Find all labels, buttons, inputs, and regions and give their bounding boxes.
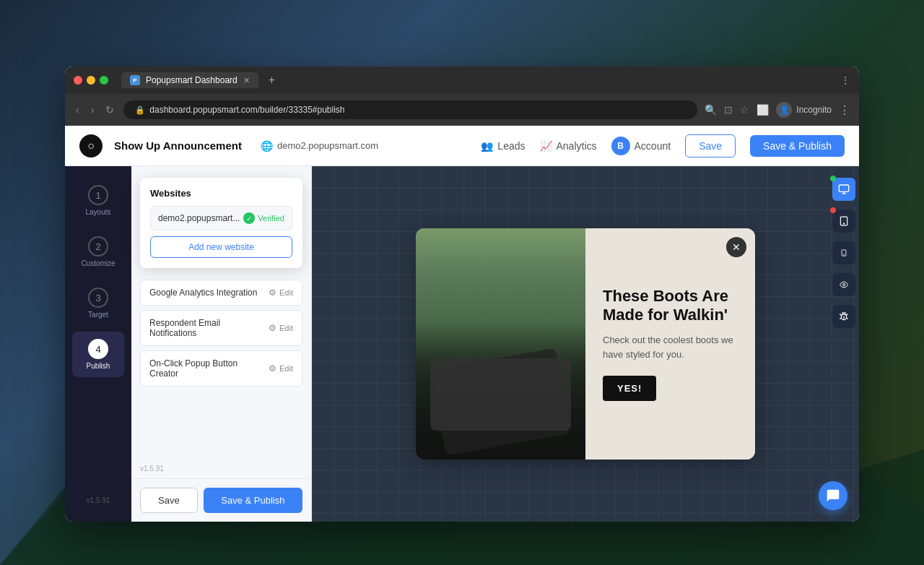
website-name: demo2.popupsmart... — [158, 213, 240, 223]
nav-actions: 👥 Leads 📈 Analytics B Account Save Save … — [481, 134, 845, 158]
sidebar-label-customize: Customize — [81, 259, 115, 267]
step-circle-2: 2 — [88, 236, 108, 256]
step-circle-4: 4 — [88, 339, 108, 359]
integration-item-onclick[interactable]: On-Click Popup Button Creator ⚙ Edit — [140, 350, 302, 387]
minimize-window-button[interactable] — [87, 76, 95, 85]
verified-badge: ✓ Verified — [243, 212, 284, 224]
websites-title: Websites — [150, 188, 292, 199]
panel-save-button[interactable]: Save — [140, 488, 198, 513]
popup-description: Check out the coolest boots we have styl… — [603, 333, 738, 361]
forward-button[interactable]: › — [89, 102, 97, 118]
content-panel: Websites demo2.popupsmart... ✓ Verified … — [131, 166, 312, 522]
address-text: dashboard.popupsmart.com/builder/33335#p… — [149, 105, 344, 115]
verified-label: Verified — [258, 214, 284, 223]
tab-manager-icon[interactable]: ⬜ — [757, 104, 769, 116]
edit-email-button[interactable]: ⚙ Edit — [269, 323, 293, 333]
incognito-icon: 👤 — [776, 102, 792, 118]
sidebar-item-customize[interactable]: 2 Customize — [72, 229, 124, 275]
new-tab-button[interactable]: + — [269, 74, 275, 87]
back-button[interactable]: ‹ — [74, 102, 82, 118]
svg-point-9 — [843, 284, 845, 286]
edit-analytics-label: Edit — [279, 288, 293, 297]
reload-button[interactable]: ↻ — [103, 102, 116, 118]
websites-dropdown: Websites demo2.popupsmart... ✓ Verified … — [140, 178, 302, 268]
popup-headline: These Boots Are Made for Walkin' — [603, 287, 738, 325]
integration-name-onclick: On-Click Popup Button Creator — [149, 358, 269, 379]
traffic-lights — [74, 76, 108, 85]
sidebar-label-publish: Publish — [87, 362, 110, 370]
tab-favicon: P — [130, 75, 140, 85]
edit-analytics-button[interactable]: ⚙ Edit — [269, 288, 293, 298]
analytics-nav-item[interactable]: 📈 Analytics — [540, 140, 597, 152]
add-website-button[interactable]: Add new website — [150, 236, 292, 258]
popup-content: These Boots Are Made for Walkin' Check o… — [585, 228, 755, 460]
edit-onclick-label: Edit — [279, 364, 293, 373]
gear-icon-onclick: ⚙ — [269, 363, 276, 374]
edit-onclick-button[interactable]: ⚙ Edit — [269, 363, 293, 374]
save-publish-button[interactable]: Save & Publish — [750, 135, 845, 157]
svg-point-6 — [843, 223, 844, 224]
app-container: ○ Show Up Announcement 🌐 demo2.popupsmar… — [65, 126, 859, 522]
browser-tab[interactable]: P Popupsmart Dashboard ✕ — [121, 72, 258, 88]
integration-list: Google Analytics Integration ⚙ Edit Resp… — [131, 280, 311, 387]
analytics-icon: 📈 — [540, 140, 552, 152]
account-avatar: B — [611, 137, 630, 155]
browser-more-button[interactable]: ⋮ — [839, 103, 850, 117]
leads-nav-item[interactable]: 👥 Leads — [481, 140, 525, 152]
mobile-view-button[interactable] — [832, 241, 855, 264]
bookmark-icon[interactable]: ☆ — [740, 104, 749, 116]
website-url-display: 🌐 demo2.popupsmart.com — [261, 140, 378, 152]
canvas-area: These Boots Are Made for Walkin' Check o… — [312, 166, 859, 522]
browser-window: P Popupsmart Dashboard ✕ + ⋮ ‹ › ↻ 🔒 das… — [65, 66, 859, 522]
account-nav-item[interactable]: B Account — [611, 137, 671, 155]
verified-check-icon: ✓ — [243, 212, 255, 224]
top-navigation: ○ Show Up Announcement 🌐 demo2.popupsmar… — [65, 126, 859, 166]
sidebar-version: v1.5.91 — [81, 491, 116, 510]
search-icon[interactable]: 🔍 — [705, 104, 717, 116]
maximize-window-button[interactable] — [100, 76, 108, 85]
main-area: 1 Layouts 2 Customize 3 Target 4 Publish… — [65, 166, 859, 522]
globe-icon: 🌐 — [261, 140, 273, 152]
save-button[interactable]: Save — [685, 134, 736, 158]
browser-toolbar-right: 🔍 ⊡ ☆ ⬜ — [705, 104, 769, 116]
close-window-button[interactable] — [74, 76, 82, 85]
sidebar-label-layouts: Layouts — [85, 208, 110, 216]
ssl-icon: 🔒 — [135, 105, 145, 115]
step-circle-1: 1 — [88, 185, 108, 205]
sidebar-item-layouts[interactable]: 1 Layouts — [72, 178, 124, 223]
popup-cta-button[interactable]: YES! — [603, 376, 656, 401]
address-bar[interactable]: 🔒 dashboard.popupsmart.com/builder/33335… — [123, 100, 697, 119]
integration-item-email[interactable]: Respondent Email Notifications ⚙ Edit — [140, 310, 302, 346]
panel-publish-button[interactable]: Save & Publish — [204, 488, 302, 513]
website-list-item[interactable]: demo2.popupsmart... ✓ Verified — [150, 206, 292, 230]
desktop-view-button[interactable] — [832, 178, 855, 201]
bug-report-button[interactable] — [832, 305, 855, 328]
popup-preview: These Boots Are Made for Walkin' Check o… — [416, 228, 755, 460]
leads-label: Leads — [497, 140, 525, 152]
integration-item-analytics[interactable]: Google Analytics Integration ⚙ Edit — [140, 280, 302, 306]
browser-addressbar: ‹ › ↻ 🔒 dashboard.popupsmart.com/builder… — [65, 94, 859, 126]
svg-rect-2 — [839, 185, 848, 191]
popup-close-button[interactable]: ✕ — [726, 237, 746, 257]
tablet-view-button[interactable] — [832, 210, 855, 233]
integration-name-email: Respondent Email Notifications — [149, 318, 269, 338]
tab-title: Popupsmart Dashboard — [146, 75, 237, 85]
analytics-label: Analytics — [557, 140, 597, 152]
leads-icon: 👥 — [481, 140, 493, 152]
browser-menu-button[interactable]: ⋮ — [840, 74, 850, 86]
sidebar-item-target[interactable]: 3 Target — [72, 280, 124, 326]
cast-icon[interactable]: ⊡ — [724, 104, 733, 116]
preview-button[interactable] — [832, 273, 855, 296]
tab-close-button[interactable]: ✕ — [243, 76, 250, 85]
integration-name-analytics: Google Analytics Integration — [149, 288, 257, 298]
sidebar-label-target: Target — [88, 311, 108, 319]
canvas-right-sidebar — [829, 166, 859, 522]
svg-point-8 — [844, 254, 845, 255]
panel-version: v1.5.91 — [131, 462, 311, 478]
chat-button[interactable] — [819, 481, 847, 510]
popup-image — [416, 228, 585, 460]
panel-bottom-actions: Save Save & Publish — [131, 478, 311, 522]
app-title: Show Up Announcement — [114, 139, 242, 152]
gear-icon-analytics: ⚙ — [269, 288, 276, 298]
sidebar-item-publish[interactable]: 4 Publish — [72, 332, 124, 377]
